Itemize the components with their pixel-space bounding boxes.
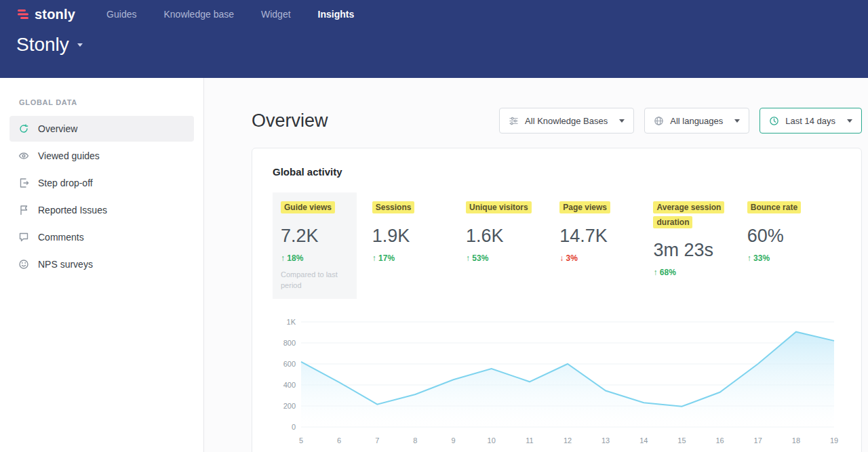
sidebar: GLOBAL DATA Overview Viewed guides Step … — [0, 78, 204, 452]
step-dropoff-icon — [18, 178, 29, 188]
comment-icon — [18, 232, 29, 243]
knowledge-bases-filter[interactable]: All Knowledge Bases — [499, 108, 634, 133]
metric-change: ↑ 18% — [281, 253, 349, 263]
sidebar-item-step-drop-off[interactable]: Step drop-off — [9, 170, 194, 196]
metric-guide-views: Guide views 7.2K ↑ 18% Compared to last … — [273, 192, 357, 299]
trend-arrow-icon: ↑ — [466, 253, 470, 263]
metric-change-value: 18% — [287, 253, 303, 263]
metric-change: ↑ 17% — [372, 253, 466, 263]
chevron-down-icon — [619, 119, 625, 123]
metric-page-views: Page views 14.7K ↓ 3% — [559, 192, 653, 299]
metric-change: ↓ 3% — [559, 253, 653, 263]
smiley-icon — [18, 259, 29, 270]
stonly-logo[interactable]: stonly — [16, 7, 75, 22]
svg-text:800: 800 — [283, 339, 296, 347]
svg-text:17: 17 — [754, 436, 762, 445]
svg-text:400: 400 — [283, 381, 296, 389]
filters-row: All Knowledge Bases All languages Last 1… — [499, 108, 862, 133]
svg-text:11: 11 — [526, 436, 533, 445]
svg-text:12: 12 — [564, 436, 572, 445]
metric-change-value: 68% — [660, 268, 676, 277]
metric-sessions: Sessions 1.9K ↑ 17% — [372, 192, 466, 299]
sidebar-item-label: Step drop-off — [38, 178, 93, 188]
sidebar-item-nps-surveys[interactable]: NPS surveys — [9, 251, 194, 277]
metric-change: ↑ 68% — [653, 268, 747, 277]
metric-average-session-duration: Average session duration 3m 23s ↑ 68% — [653, 192, 747, 299]
nav-item-guides[interactable]: Guides — [106, 9, 136, 20]
metric-label: Guide views — [281, 201, 335, 213]
nav-item-knowledge-base[interactable]: Knowledge base — [163, 9, 234, 20]
svg-text:16: 16 — [715, 436, 724, 445]
sidebar-item-label: Reported Issues — [38, 205, 107, 215]
global-activity-card: Global activity Guide views 7.2K ↑ 18% C… — [252, 148, 862, 452]
svg-text:8: 8 — [413, 436, 417, 445]
svg-text:0: 0 — [292, 423, 296, 431]
svg-text:1K: 1K — [287, 318, 296, 326]
clock-icon — [769, 116, 779, 126]
metric-value: 14.7K — [559, 226, 653, 247]
svg-text:13: 13 — [601, 436, 610, 445]
page-title: Overview — [252, 110, 328, 131]
metric-change: ↑ 33% — [747, 253, 841, 263]
nav-item-insights[interactable]: Insights — [318, 9, 355, 20]
metric-value: 7.2K — [281, 226, 349, 247]
svg-text:18: 18 — [792, 436, 800, 445]
top-nav: Guides Knowledge base Widget Insights — [106, 9, 354, 20]
trend-arrow-icon: ↑ — [372, 253, 376, 263]
sidebar-item-overview[interactable]: Overview — [9, 116, 194, 142]
sidebar-item-reported-issues[interactable]: Reported Issues — [9, 197, 194, 223]
svg-text:5: 5 — [299, 436, 303, 445]
sidebar-item-label: Overview — [38, 123, 77, 134]
svg-text:14: 14 — [639, 436, 648, 445]
app-header: stonly Guides Knowledge base Widget Insi… — [0, 0, 868, 78]
chevron-down-icon — [847, 119, 852, 123]
sidebar-section-label: GLOBAL DATA — [19, 98, 203, 106]
flag-icon — [18, 205, 29, 215]
chart-container: 02004006008001K5678910111213141516171819 — [273, 315, 841, 447]
globe-icon — [654, 116, 664, 126]
metrics-row: Guide views 7.2K ↑ 18% Compared to last … — [273, 192, 841, 299]
main-header: Overview All Knowledge Bases All languag… — [252, 108, 862, 133]
stonly-logo-icon — [16, 7, 30, 21]
metric-label: Page views — [559, 201, 610, 213]
metric-note: Compared to last period — [281, 270, 343, 291]
trend-arrow-icon: ↑ — [747, 253, 751, 263]
overview-icon — [18, 123, 29, 134]
metric-change-value: 53% — [472, 253, 488, 263]
brand-text: stonly — [35, 7, 75, 22]
filter-label: All languages — [670, 116, 723, 126]
sidebar-item-label: Viewed guides — [38, 150, 100, 161]
metric-label: Sessions — [372, 201, 415, 213]
chevron-down-icon — [734, 119, 740, 123]
filter-label: Last 14 days — [785, 116, 835, 126]
svg-text:7: 7 — [375, 436, 379, 445]
svg-text:6: 6 — [337, 436, 341, 445]
trend-arrow-icon: ↑ — [653, 268, 657, 277]
svg-text:10: 10 — [488, 436, 496, 445]
trend-arrow-icon: ↓ — [559, 253, 564, 263]
metric-label: Unique visitors — [466, 201, 532, 213]
sidebar-item-comments[interactable]: Comments — [9, 224, 194, 250]
languages-filter[interactable]: All languages — [644, 108, 749, 133]
metric-value: 60% — [747, 226, 841, 247]
metric-value: 1.6K — [466, 226, 559, 247]
workspace-selector[interactable]: Stonly — [0, 28, 868, 56]
filter-label: All Knowledge Bases — [525, 116, 608, 126]
date-range-filter[interactable]: Last 14 days — [760, 108, 862, 133]
svg-text:200: 200 — [283, 402, 296, 410]
svg-text:9: 9 — [452, 436, 456, 445]
sidebar-item-viewed-guides[interactable]: Viewed guides — [9, 143, 194, 169]
metric-value: 3m 23s — [653, 240, 747, 261]
sliders-icon — [509, 116, 519, 126]
nav-item-widget[interactable]: Widget — [261, 9, 291, 20]
metric-change-value: 33% — [753, 253, 770, 263]
metric-change-value: 17% — [378, 253, 395, 263]
metric-change: ↑ 53% — [466, 253, 559, 263]
trend-arrow-icon: ↑ — [281, 253, 285, 263]
metric-change-value: 3% — [566, 253, 578, 263]
eye-icon — [18, 150, 29, 161]
svg-text:600: 600 — [283, 360, 296, 368]
svg-text:15: 15 — [677, 436, 686, 445]
metric-value: 1.9K — [372, 226, 466, 247]
metric-bounce-rate: Bounce rate 60% ↑ 33% — [747, 192, 841, 299]
